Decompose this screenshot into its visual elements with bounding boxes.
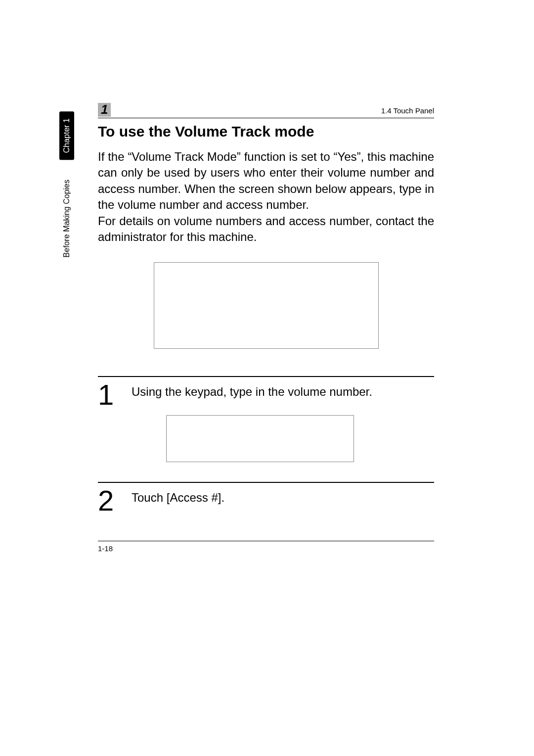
screenshot-placeholder-2 — [166, 415, 354, 462]
section-heading: To use the Volume Track mode — [98, 123, 434, 140]
chapter-number-badge: 1 — [98, 103, 111, 117]
section-tab: Before Making Copies — [59, 175, 74, 262]
footer-divider: 1-18 — [98, 541, 434, 553]
step-content: Using the keypad, type in the volume num… — [132, 382, 434, 462]
step-content: Touch [Access #]. — [132, 488, 434, 506]
step-text: Touch [Access #]. — [132, 490, 434, 506]
page: Chapter 1 Before Making Copies 1 1.4 Tou… — [0, 0, 534, 756]
screenshot-placeholder-1 — [154, 262, 379, 349]
breadcrumb: 1.4 Touch Panel — [381, 106, 434, 117]
intro-paragraph: If the “Volume Track Mode” function is s… — [98, 149, 434, 245]
step-1: 1 Using the keypad, type in the volume n… — [98, 376, 434, 462]
step-number: 2 — [98, 488, 118, 514]
chapter-tab: Chapter 1 — [59, 111, 74, 160]
step-number: 1 — [98, 382, 118, 408]
page-header: 1 1.4 Touch Panel — [98, 103, 434, 118]
side-tabs: Chapter 1 Before Making Copies — [59, 111, 77, 263]
content-area: 1 1.4 Touch Panel To use the Volume Trac… — [98, 103, 434, 553]
step-2: 2 Touch [Access #]. — [98, 482, 434, 514]
page-number: 1-18 — [98, 544, 113, 553]
step-text: Using the keypad, type in the volume num… — [132, 384, 434, 400]
